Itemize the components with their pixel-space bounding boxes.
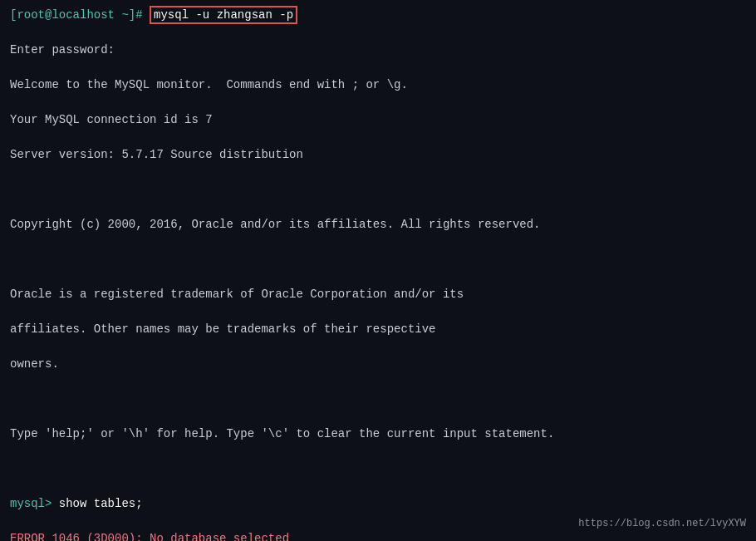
command-mysql-login: mysql -u zhangsan -p — [150, 6, 297, 24]
prompt-2: mysql> — [10, 497, 59, 510]
line-blank-4 — [10, 460, 746, 478]
line-error: ERROR 1046 (3D000): No database selected — [10, 530, 746, 541]
line-copyright: Copyright (c) 2000, 2016, Oracle and/or … — [10, 216, 746, 234]
line-show-tables-1: mysql> show tables; — [10, 495, 746, 513]
watermark: https://blog.csdn.net/lvyXYW — [578, 516, 746, 531]
line-oracle-2: affiliates. Other names may be trademark… — [10, 321, 746, 338]
line-1: [root@localhost ~]# mysql -u zhangsan -p — [10, 7, 746, 24]
line-connection-id: Your MySQL connection id is 7 — [10, 111, 746, 129]
line-oracle-3: owners. — [10, 356, 746, 373]
error-text: ERROR 1046 (3D000): No database selected — [10, 532, 289, 541]
line-blank-2 — [10, 251, 746, 268]
line-server-version: Server version: 5.7.17 Source distributi… — [10, 146, 746, 164]
terminal-content: [root@localhost ~]# mysql -u zhangsan -p… — [10, 7, 746, 541]
line-help-hint: Type 'help;' or '\h' for help. Type '\c'… — [10, 425, 746, 443]
command-show-tables-1: show tables; — [59, 497, 143, 510]
line-oracle-1: Oracle is a registered trademark of Orac… — [10, 286, 746, 303]
line-blank-1 — [10, 181, 746, 199]
terminal-window: [root@localhost ~]# mysql -u zhangsan -p… — [0, 0, 756, 541]
line-welcome: Welcome to the MySQL monitor. Commands e… — [10, 76, 746, 94]
line-enter-password: Enter password: — [10, 42, 746, 59]
line-blank-3 — [10, 391, 746, 408]
prompt-1: [root@localhost ~]# — [10, 8, 150, 22]
